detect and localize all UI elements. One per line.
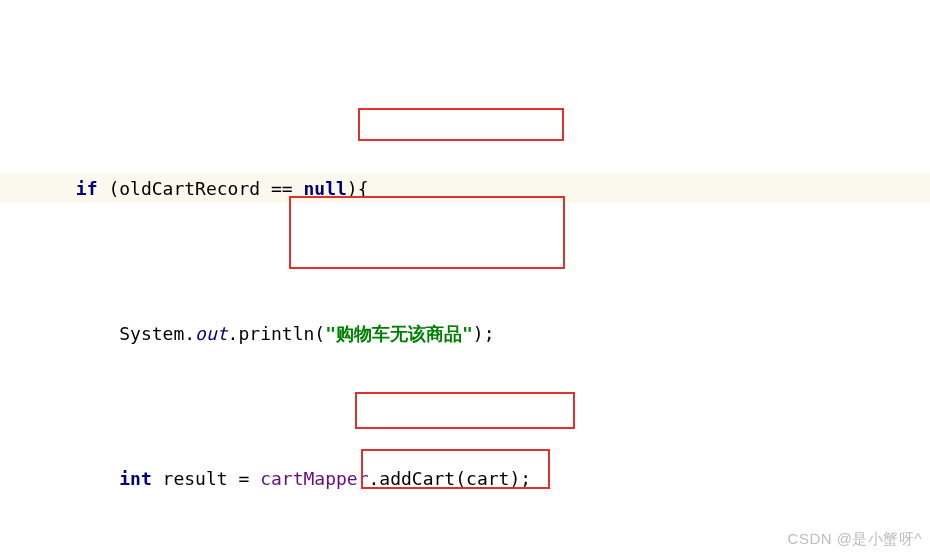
- ident-cartMapper: cartMapper: [260, 468, 368, 489]
- keyword-if: if: [76, 178, 98, 199]
- ident-result: result: [163, 468, 228, 489]
- watermark: CSDN @是小蟹呀^: [788, 524, 922, 553]
- annotation-box: [289, 196, 565, 269]
- ident-System: System: [119, 323, 184, 344]
- keyword-int: int: [119, 468, 152, 489]
- annotation-box: [358, 108, 564, 141]
- code-editor: if (oldCartRecord == null){ System.out.p…: [0, 0, 930, 559]
- string-literal: "购物车无该商品": [325, 323, 473, 344]
- field-out: out: [195, 323, 228, 344]
- ident-oldCartRecord: oldCartRecord: [119, 178, 260, 199]
- code-line: System.out.println("购物车无该商品");: [0, 319, 930, 348]
- method-println: println: [238, 323, 314, 344]
- annotation-box: [361, 449, 550, 489]
- annotation-box: [355, 392, 575, 429]
